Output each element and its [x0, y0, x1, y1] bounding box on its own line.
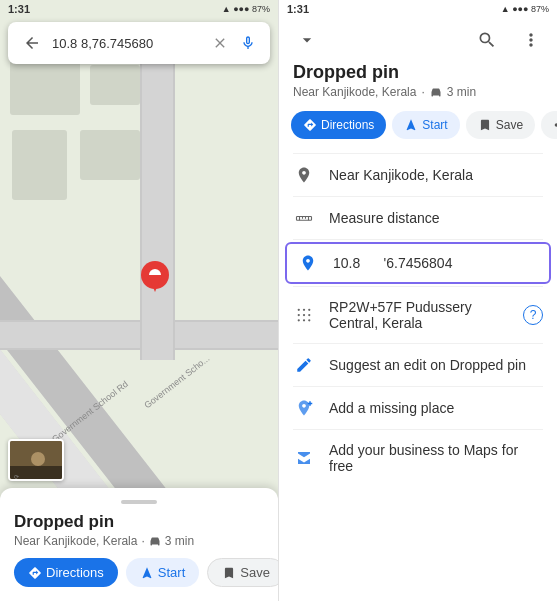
- nearby-text: Near Kanjikode, Kerala: [329, 167, 543, 183]
- menu-item-plus-code[interactable]: RP2W+57F Pudussery Central, Kerala ?: [279, 287, 557, 343]
- svg-rect-4: [80, 130, 140, 180]
- search-icon: [477, 30, 497, 50]
- signal-icons-right: ▲ ●●● 87%: [501, 4, 549, 14]
- pencil-icon: [293, 356, 315, 374]
- bottom-actions: Directions Start Save Sh...: [14, 558, 264, 587]
- svg-point-29: [298, 314, 300, 316]
- mic-button[interactable]: [236, 31, 260, 55]
- map-thumbnail[interactable]: ⟳: [8, 439, 64, 481]
- add-business-text: Add your business to Maps for free: [329, 442, 543, 474]
- add-place-text: Add a missing place: [329, 400, 543, 416]
- svg-rect-9: [0, 322, 278, 348]
- grid-dots-icon: [295, 306, 313, 324]
- bookmark-icon-right: [478, 118, 492, 132]
- navigate-icon-right: [404, 118, 418, 132]
- search-button[interactable]: [473, 26, 501, 54]
- svg-point-28: [308, 309, 310, 311]
- svg-point-26: [298, 309, 300, 311]
- menu-item-coordinates[interactable]: 10.8 '6.7456804: [285, 242, 551, 284]
- measure-icon: [293, 209, 315, 227]
- bottom-sheet: Dropped pin Near Kanjikode, Kerala · 3 m…: [0, 488, 278, 601]
- help-icon[interactable]: ?: [523, 305, 543, 325]
- add-pin-icon: [295, 399, 313, 417]
- share-icon-right: [553, 118, 557, 132]
- business-icon: [293, 449, 315, 467]
- svg-text:⟳: ⟳: [14, 474, 19, 480]
- search-clear-button[interactable]: [208, 31, 232, 55]
- map-background: Government School Rd Government Scho... …: [0, 0, 278, 601]
- svg-point-19: [31, 452, 45, 466]
- chevron-down-icon: [297, 30, 317, 50]
- search-bar: 10.8 8,76.745680: [8, 22, 270, 64]
- menu-item-add-place[interactable]: Add a missing place: [279, 387, 557, 429]
- location-icon: [293, 166, 315, 184]
- menu-item-measure[interactable]: Measure distance: [279, 197, 557, 239]
- coordinates-text: 10.8 '6.7456804: [333, 255, 539, 271]
- add-location-icon: [293, 399, 315, 417]
- right-detail-panel: 1:31 ▲ ●●● 87% Dropped pin: [278, 0, 557, 601]
- sheet-subtitle: Near Kanjikode, Kerala · 3 min: [14, 534, 264, 548]
- mic-icon: [240, 35, 256, 51]
- sheet-title: Dropped pin: [14, 512, 264, 532]
- location-pin-icon: [295, 166, 313, 184]
- svg-point-30: [303, 314, 305, 316]
- time-display-right: 1:31: [287, 3, 309, 15]
- store-icon: [295, 449, 313, 467]
- grid-icon: [293, 306, 315, 324]
- svg-rect-3: [12, 130, 67, 200]
- search-text-display: 10.8 8,76.745680: [52, 36, 208, 51]
- status-bar-left: 1:31 ▲ ●●● 87%: [0, 0, 278, 18]
- clear-icon: [212, 35, 228, 51]
- car-detail-icon: [430, 86, 442, 98]
- pin-icon: [297, 254, 319, 272]
- start-button-right[interactable]: Start: [392, 111, 459, 139]
- status-bar-right: 1:31 ▲ ●●● 87%: [279, 0, 557, 18]
- bookmark-icon-left: [222, 566, 236, 580]
- ruler-icon: [295, 209, 313, 227]
- detail-subtitle: Near Kanjikode, Kerala · 3 min: [279, 85, 557, 99]
- svg-point-27: [303, 309, 305, 311]
- detail-title: Dropped pin: [279, 62, 557, 83]
- right-action-buttons: Directions Start Save Sh...: [279, 111, 557, 153]
- dropdown-button[interactable]: [291, 24, 323, 56]
- svg-point-31: [308, 314, 310, 316]
- header-action-icons: [473, 26, 545, 54]
- directions-icon: [28, 566, 42, 580]
- menu-item-nearby[interactable]: Near Kanjikode, Kerala: [279, 154, 557, 196]
- time-display: 1:31: [8, 3, 30, 15]
- directions-icon-right: [303, 118, 317, 132]
- directions-button[interactable]: Directions: [14, 558, 118, 587]
- save-button-right[interactable]: Save: [466, 111, 535, 139]
- header-back-area: [291, 24, 323, 56]
- menu-item-add-business[interactable]: Add your business to Maps for free: [279, 430, 557, 486]
- svg-rect-1: [10, 60, 80, 115]
- svg-rect-21: [297, 217, 312, 221]
- svg-rect-2: [90, 65, 140, 105]
- suggest-edit-text: Suggest an edit on Dropped pin: [329, 357, 543, 373]
- map-pin-icon: [299, 254, 317, 272]
- more-vertical-icon: [521, 30, 541, 50]
- menu-item-suggest-edit[interactable]: Suggest an edit on Dropped pin: [279, 344, 557, 386]
- share-button-right[interactable]: Sh...: [541, 111, 557, 139]
- plus-code-text: RP2W+57F Pudussery Central, Kerala: [329, 299, 509, 331]
- car-icon: [149, 535, 161, 547]
- measure-text: Measure distance: [329, 210, 543, 226]
- svg-point-34: [308, 319, 310, 321]
- left-map-panel: Government School Rd Government Scho... …: [0, 0, 278, 601]
- right-header: [279, 18, 557, 62]
- back-button[interactable]: [18, 29, 46, 57]
- svg-rect-11: [142, 60, 173, 360]
- svg-point-32: [298, 319, 300, 321]
- edit-icon: [295, 356, 313, 374]
- sheet-handle: [121, 500, 157, 504]
- navigate-icon: [140, 566, 154, 580]
- more-options-button[interactable]: [517, 26, 545, 54]
- save-button-left[interactable]: Save: [207, 558, 278, 587]
- svg-point-33: [303, 319, 305, 321]
- thumbnail-svg: ⟳: [10, 441, 64, 481]
- signal-icons: ▲ ●●● 87%: [222, 4, 270, 14]
- start-button[interactable]: Start: [126, 558, 199, 587]
- back-arrow-icon: [23, 34, 41, 52]
- divider-3: [293, 239, 543, 240]
- directions-button-right[interactable]: Directions: [291, 111, 386, 139]
